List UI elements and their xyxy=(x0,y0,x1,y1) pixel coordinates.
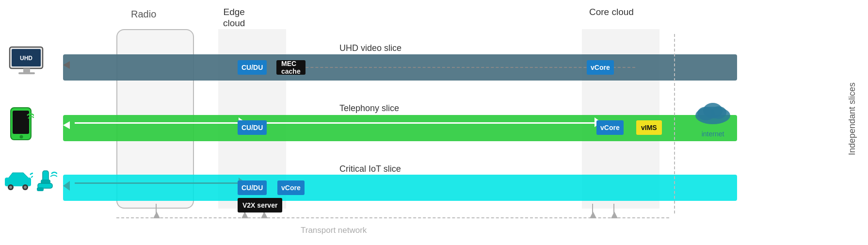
uhd-monitor-icon: UHD xyxy=(9,46,48,80)
transport-network-label: Transport network xyxy=(301,226,367,235)
tel-arrow-shaft xyxy=(75,122,241,124)
uhd-mec-cache-box: MECcache xyxy=(276,60,305,75)
uhd-arrow-left xyxy=(63,61,70,69)
iot-slice-bar xyxy=(63,175,737,201)
iot-arrow-left xyxy=(63,181,70,191)
svg-text:UHD: UHD xyxy=(20,55,32,62)
iot-v2x-box: V2X server xyxy=(238,198,282,212)
transport-dashed-line xyxy=(116,217,669,218)
transport-arrow-4 xyxy=(590,212,596,218)
svg-rect-16 xyxy=(37,187,44,191)
uhd-slice-label: UHD video slice xyxy=(339,43,402,53)
iot-cudu-box: CU/DU xyxy=(238,180,267,195)
phone-icon xyxy=(9,107,34,144)
svg-point-10 xyxy=(9,186,12,189)
svg-rect-4 xyxy=(18,72,35,74)
independant-slices-label: Independant slices xyxy=(847,58,857,180)
uhd-cudu-box: CU/DU xyxy=(238,60,267,75)
tel-cudu-box: CU/DU xyxy=(238,120,267,135)
svg-rect-3 xyxy=(23,68,30,72)
svg-point-20 xyxy=(703,103,723,118)
svg-rect-8 xyxy=(5,178,31,186)
core-right-divider xyxy=(674,34,675,213)
tel-arrow-left xyxy=(63,121,70,129)
iot-shaft xyxy=(75,182,241,184)
uhd-dashed-line xyxy=(281,67,635,68)
diagram-container: Radio Edgecloud Core cloud UHD video sli… xyxy=(0,0,868,245)
transport-arrow-shaft-4 xyxy=(592,204,593,218)
tel-long-shaft xyxy=(267,122,596,124)
telephony-slice-label: Telephony slice xyxy=(339,103,399,114)
uhd-vcore-box: vCore xyxy=(587,60,614,75)
car-icon xyxy=(4,170,33,192)
tel-vims-box: vIMS xyxy=(636,120,662,135)
transport-arrow-3 xyxy=(261,212,268,218)
edge-zone-label: Edgecloud xyxy=(223,7,245,29)
robot-arm-icon xyxy=(33,170,57,198)
iot-vcore-box: vCore xyxy=(277,180,305,195)
transport-arrow-5 xyxy=(611,212,618,218)
tel-vcore-box: vCore xyxy=(596,120,624,135)
svg-rect-6 xyxy=(13,111,29,134)
transport-arrow-shaft-5 xyxy=(613,204,614,218)
internet-label: internet xyxy=(693,130,732,138)
transport-arrow-1 xyxy=(153,212,160,218)
svg-point-7 xyxy=(20,135,23,139)
internet-cloud-area: internet xyxy=(693,97,732,138)
transport-arrow-shaft-1 xyxy=(156,204,157,218)
transport-arrow-2 xyxy=(241,212,248,218)
iot-slice-label: Critical IoT slice xyxy=(339,164,401,174)
core-zone-label: Core cloud xyxy=(589,7,634,18)
svg-point-12 xyxy=(24,186,27,189)
radio-zone-label: Radio xyxy=(131,9,156,20)
